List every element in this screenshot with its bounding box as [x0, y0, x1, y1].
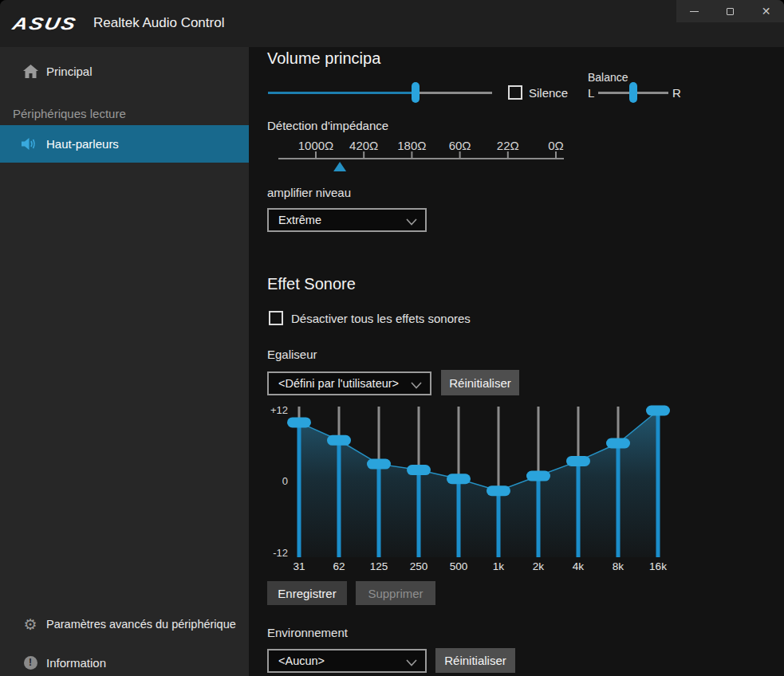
equalizer-preset-select[interactable]: <Défini par l'utilisateur> — [267, 371, 431, 395]
close-icon: ✕ — [762, 6, 771, 17]
equalizer-save-button[interactable]: Enregistrer — [267, 581, 347, 605]
volume-slider-fill — [268, 92, 416, 94]
environment-label: Environnement — [267, 626, 348, 639]
titlebar: ASUS Realtek Audio Control ✕ — [0, 0, 784, 47]
eq-band-handle-62[interactable] — [327, 435, 351, 446]
eq-band-label: 4k — [573, 560, 585, 572]
volume-slider[interactable] — [268, 82, 492, 103]
eq-band-handle-125[interactable] — [367, 459, 391, 470]
impedance-tick-label: 1000Ω — [298, 139, 334, 152]
impedance-tick-label: 60Ω — [449, 139, 471, 152]
minimize-icon — [690, 11, 699, 12]
sidebar: Principal Périphériques lecture Haut-par… — [0, 47, 249, 676]
eq-band-handle-31[interactable] — [287, 417, 311, 427]
sidebar-item-label: Paramètres avancés du périphérique — [46, 618, 236, 631]
eq-band-label: 500 — [450, 560, 468, 572]
eq-y-tick-label: -12 — [273, 547, 288, 559]
balance-right-label: R — [672, 86, 681, 100]
eq-band-handle-2k[interactable] — [526, 471, 550, 481]
eq-band-handle-4k[interactable] — [566, 456, 590, 466]
home-icon — [22, 65, 38, 78]
equalizer-delete-button[interactable]: Supprimer — [356, 581, 435, 605]
eq-band-label: 8k — [613, 560, 624, 572]
disable-effects-checkbox[interactable] — [269, 311, 283, 325]
environment-select[interactable]: <Aucun> — [267, 649, 427, 673]
silence-label: Silence — [529, 86, 568, 100]
silence-checkbox[interactable] — [508, 85, 522, 100]
chevron-down-icon — [411, 382, 422, 389]
chevron-down-icon — [406, 659, 417, 666]
app-title: Realtek Audio Control — [93, 15, 224, 31]
eq-curve-area — [299, 411, 658, 557]
eq-band-handle-16k[interactable] — [646, 405, 670, 415]
eq-band-label: 125 — [370, 560, 388, 572]
impedance-marker-icon — [333, 162, 346, 171]
sidebar-section-label: Périphériques lecture — [13, 107, 126, 120]
speaker-icon — [21, 137, 38, 151]
environment-reset-button[interactable]: Réinitialiser — [435, 648, 515, 673]
sidebar-item-label: Principal — [46, 65, 93, 78]
minimize-button[interactable] — [676, 0, 712, 22]
asus-logo: ASUS — [11, 15, 84, 33]
equalizer-chart: 31621252505001k2k4k8k16k+120-12 — [267, 401, 694, 576]
impedance-tick-label: 0Ω — [548, 139, 564, 152]
volume-title: Volume principa — [267, 49, 380, 68]
sidebar-selected-label: Haut-parleurs — [46, 137, 119, 151]
sound-effect-title: Effet Sonore — [267, 275, 356, 293]
sidebar-item-haut-parleurs[interactable]: Haut-parleurs — [0, 125, 249, 163]
info-icon: ! — [22, 656, 38, 670]
amplifier-level-value: Extrême — [278, 214, 321, 226]
impedance-tick-label: 22Ω — [497, 139, 519, 152]
eq-y-tick-label: +12 — [270, 404, 288, 416]
eq-band-label: 1k — [493, 560, 505, 572]
eq-band-label: 31 — [293, 560, 305, 572]
equalizer-label: Egaliseur — [267, 348, 317, 361]
app-window: ASUS Realtek Audio Control ✕ Principal P… — [0, 0, 784, 676]
environment-value: <Aucun> — [278, 654, 325, 667]
eq-y-tick-label: 0 — [282, 475, 288, 487]
gear-icon: ⚙ — [22, 617, 38, 632]
maximize-button[interactable] — [712, 0, 748, 22]
eq-band-label: 250 — [410, 560, 428, 572]
impedance-title: Détection d'impédance — [267, 119, 388, 132]
window-controls: ✕ — [676, 0, 784, 22]
impedance-tick-label: 420Ω — [349, 139, 378, 152]
eq-band-handle-500[interactable] — [447, 474, 471, 484]
equalizer-preset-value: <Défini par l'utilisateur> — [278, 377, 399, 390]
amplifier-level-select[interactable]: Extrême — [267, 208, 427, 232]
balance-slider-handle[interactable] — [629, 82, 637, 103]
eq-band-handle-1k[interactable] — [487, 485, 510, 496]
eq-band-label: 62 — [333, 560, 345, 572]
sidebar-item-information[interactable]: ! Information — [0, 647, 249, 676]
close-button[interactable]: ✕ — [748, 0, 784, 22]
disable-effects-label: Désactiver tous les effets sonores — [291, 312, 471, 325]
balance-slider[interactable] — [598, 82, 668, 103]
eq-band-handle-8k[interactable] — [606, 438, 630, 449]
sidebar-item-principal[interactable]: Principal — [0, 55, 249, 87]
balance-left-label: L — [588, 86, 594, 100]
impedance-tick-label: 180Ω — [397, 139, 426, 152]
maximize-icon — [727, 8, 734, 15]
sidebar-item-advanced-settings[interactable]: ⚙ Paramètres avancés du périphérique — [0, 608, 249, 640]
eq-band-handle-250[interactable] — [407, 465, 431, 475]
amplifier-label: amplifier niveau — [267, 186, 351, 199]
sidebar-item-label: Information — [46, 656, 106, 670]
volume-slider-handle[interactable] — [412, 82, 420, 103]
impedance-scale: 1000Ω420Ω180Ω60Ω22Ω0Ω — [267, 136, 570, 175]
chevron-down-icon — [406, 218, 417, 226]
equalizer-reset-button[interactable]: Réinitialiser — [441, 370, 519, 395]
eq-band-label: 16k — [649, 560, 667, 572]
eq-band-label: 2k — [533, 560, 545, 572]
